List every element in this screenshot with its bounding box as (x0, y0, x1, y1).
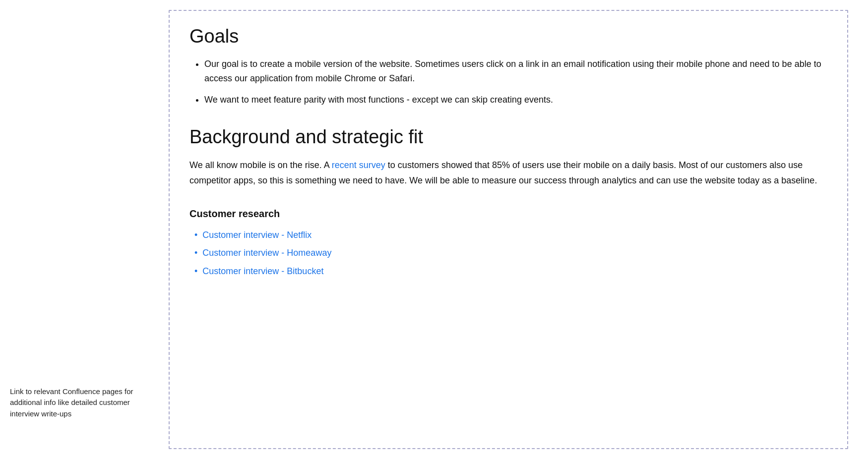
content-box: Goals Our goal is to create a mobile ver… (169, 10, 848, 449)
page-container: Link to relevant Confluence pages for ad… (0, 0, 868, 459)
bitbucket-link[interactable]: Customer interview - Bitbucket (202, 264, 323, 279)
homeaway-link[interactable]: Customer interview - Homeaway (202, 245, 331, 261)
research-item-homeaway: Customer interview - Homeaway (194, 245, 822, 261)
background-text-before: We all know mobile is on the rise. A (189, 160, 332, 170)
goals-item-2: We want to meet feature parity with most… (204, 93, 822, 107)
research-item-netflix: Customer interview - Netflix (194, 228, 822, 243)
customer-research-title: Customer research (189, 208, 822, 220)
netflix-link[interactable]: Customer interview - Netflix (202, 228, 311, 243)
background-paragraph: We all know mobile is on the rise. A rec… (189, 158, 822, 188)
main-content-wrapper: Goals Our goal is to create a mobile ver… (159, 0, 868, 459)
goals-title: Goals (189, 26, 822, 47)
research-list: Customer interview - Netflix Customer in… (194, 228, 822, 279)
background-title: Background and strategic fit (189, 126, 822, 148)
left-annotation-area: Link to relevant Confluence pages for ad… (0, 0, 159, 459)
annotation-text: Link to relevant Confluence pages for ad… (10, 386, 149, 420)
research-item-bitbucket: Customer interview - Bitbucket (194, 264, 822, 279)
goals-item-1: Our goal is to create a mobile version o… (204, 57, 822, 86)
recent-survey-link[interactable]: recent survey (332, 160, 385, 170)
goals-list: Our goal is to create a mobile version o… (204, 57, 822, 107)
